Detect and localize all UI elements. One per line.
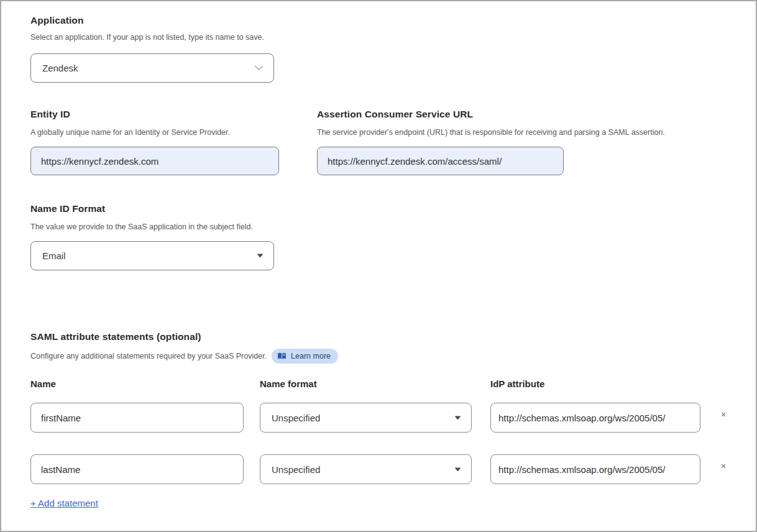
learn-more-button[interactable]: Learn more — [272, 349, 338, 364]
statement-name-input[interactable] — [30, 403, 244, 433]
saml-config-panel: Application Select an application. If yo… — [0, 0, 757, 532]
statement-name-format-value: Unspecified — [272, 413, 320, 423]
book-icon — [277, 352, 287, 360]
acs-url-input[interactable] — [317, 147, 564, 175]
caret-down-icon — [454, 467, 461, 472]
column-header-name-format: Name format — [260, 378, 317, 389]
entity-id-section-description: A globally unique name for an Identity o… — [30, 128, 230, 137]
statement-name-input[interactable] — [30, 454, 244, 484]
name-id-format-select[interactable]: Email — [30, 241, 274, 270]
caret-down-icon — [257, 254, 264, 258]
acs-url-section-description: The service provider's endpoint (URL) th… — [317, 128, 740, 137]
saml-attributes-section-description: Configure any additional statements requ… — [30, 352, 267, 360]
statement-name-format-select[interactable]: Unspecified — [260, 454, 472, 484]
application-section-description: Select an application. If your app is no… — [30, 33, 264, 42]
caret-down-icon — [454, 416, 461, 420]
application-section-title: Application — [30, 15, 84, 26]
statement-name-format-select[interactable]: Unspecified — [260, 403, 472, 433]
name-id-format-select-value: Email — [42, 250, 66, 261]
acs-url-section-title: Assertion Consumer Service URL — [317, 109, 473, 120]
name-id-format-section-title: Name ID Format — [30, 203, 105, 214]
remove-statement-button[interactable]: × — [721, 410, 726, 419]
add-statement-link[interactable]: + Add statement — [30, 498, 98, 508]
saml-attributes-section-title: SAML attribute statements (optional) — [30, 331, 201, 342]
chevron-down-icon — [254, 65, 264, 71]
statement-idp-attribute-input[interactable] — [490, 403, 700, 433]
application-select-value: Zendesk — [42, 63, 78, 73]
entity-id-input[interactable] — [30, 147, 279, 175]
column-header-name: Name — [30, 378, 56, 389]
remove-statement-button[interactable]: × — [721, 462, 726, 470]
column-header-idp-attribute: IdP attribute — [490, 378, 544, 389]
entity-id-section-title: Entity ID — [30, 109, 70, 120]
statement-name-format-value: Unspecified — [272, 464, 320, 475]
learn-more-label: Learn more — [291, 352, 331, 360]
name-id-format-section-description: The value we provide to the SaaS applica… — [30, 222, 253, 231]
application-select[interactable]: Zendesk — [30, 53, 274, 83]
statement-idp-attribute-input[interactable] — [490, 454, 700, 484]
